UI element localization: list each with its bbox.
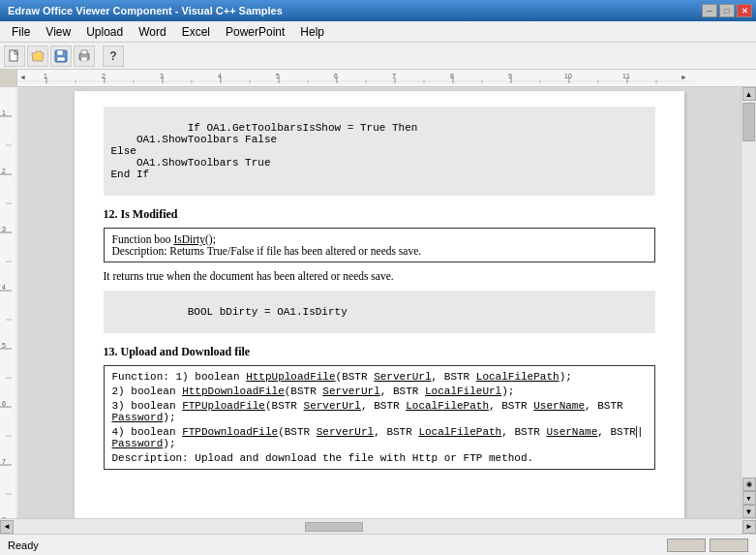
scroll-track[interactable]: [741, 101, 756, 478]
maximize-button[interactable]: □: [719, 4, 735, 17]
menu-upload[interactable]: Upload: [78, 23, 131, 41]
s13-line3: 3) boolean FTPUploadFile(BSTR ServerUrl,…: [112, 400, 647, 412]
funcbox-line1: Function boo IsDirty();: [112, 233, 647, 245]
toolbar: ?: [0, 43, 756, 70]
menu-file[interactable]: File: [4, 23, 38, 41]
svg-text:1: 1: [2, 109, 6, 116]
status-indicator-1: [667, 539, 706, 552]
funcbox-line2: Description: Returns True/False if file …: [112, 245, 647, 257]
code-block-top: If OA1.GetToolbarsIsShow = True Then OA1…: [104, 107, 655, 196]
new-button[interactable]: [4, 46, 25, 67]
v-ruler-svg: 1 2 3 4 5 6: [0, 87, 17, 518]
h-scroll-track[interactable]: [14, 521, 742, 533]
save-button[interactable]: [50, 46, 72, 67]
s13-line3b: Password);: [112, 412, 647, 423]
svg-text:2: 2: [2, 168, 6, 174]
s13-line1: Function: 1) boolean HttpUploadFile(BSTR…: [112, 371, 647, 383]
title-bar: Edraw Office Viewer Component - Visual C…: [0, 0, 756, 21]
section-13-title: 13. Upload and Download file: [104, 345, 655, 359]
scroll-down-arrow[interactable]: ▼: [742, 505, 756, 518]
h-scroll-thumb[interactable]: [305, 522, 363, 532]
section-12-heading: Is Modified: [118, 207, 178, 221]
section-12-description: It returns true when the document has be…: [104, 268, 655, 285]
ruler-top: ◄ ► 1 2 3 4 5: [0, 70, 756, 87]
svg-text:5: 5: [276, 73, 280, 79]
status-bar: Ready: [0, 534, 756, 555]
svg-text:7: 7: [2, 458, 6, 465]
minimize-button[interactable]: ─: [702, 4, 717, 17]
section-13-funcbox: Function: 1) boolean HttpUploadFile(BSTR…: [104, 365, 655, 470]
window-controls[interactable]: ─ □ ✕: [702, 4, 752, 17]
close-button[interactable]: ✕: [737, 4, 752, 17]
status-text: Ready: [8, 540, 39, 551]
menu-excel[interactable]: Excel: [174, 23, 218, 41]
svg-text:1: 1: [44, 73, 47, 79]
svg-text:3: 3: [2, 226, 6, 232]
s13-line4: 4) boolean FTPDownloadFile(BSTR ServerUr…: [112, 426, 647, 438]
svg-text:10: 10: [564, 73, 572, 79]
svg-rect-3: [57, 50, 63, 55]
svg-rect-44: [0, 87, 17, 518]
svg-text:►: ►: [680, 74, 687, 80]
horizontal-scrollbar[interactable]: ◄ ►: [0, 518, 756, 534]
s13-line2: 2) boolean HttpDownloadFile(BSTR ServerU…: [112, 385, 647, 397]
menu-powerpoint[interactable]: PowerPoint: [218, 23, 292, 41]
menu-view[interactable]: View: [38, 23, 78, 41]
svg-text:5: 5: [2, 342, 6, 349]
scroll-prev-page[interactable]: ◉: [742, 478, 756, 491]
svg-text:2: 2: [102, 73, 106, 79]
status-indicator-2: [710, 539, 748, 552]
document-scroll-area[interactable]: If OA1.GetToolbarsIsShow = True Then OA1…: [17, 87, 741, 518]
doc-area-wrapper: ◄ ► 1 2 3 4 5: [0, 70, 756, 534]
svg-text:8: 8: [450, 73, 454, 79]
status-right: [667, 539, 748, 552]
svg-rect-7: [81, 57, 87, 61]
scroll-right-arrow[interactable]: ►: [742, 520, 756, 534]
scroll-next-page[interactable]: ▼: [742, 491, 756, 505]
s13-line5: Description: Upload and download the fil…: [112, 452, 647, 464]
ruler-and-doc: 1 2 3 4 5 6: [0, 87, 756, 518]
svg-text:6: 6: [334, 73, 338, 79]
section-12-title: 12. Is Modified: [104, 207, 655, 222]
print-button[interactable]: [74, 46, 95, 67]
svg-text:4: 4: [218, 73, 222, 79]
svg-text:7: 7: [392, 73, 396, 79]
svg-rect-6: [81, 50, 87, 54]
ruler-svg: ◄ ► 1 2 3 4 5: [17, 70, 741, 86]
open-button[interactable]: [27, 46, 48, 67]
section-12-number: 12.: [104, 207, 118, 221]
svg-text:11: 11: [622, 73, 630, 79]
svg-rect-4: [57, 57, 65, 61]
svg-text:9: 9: [508, 73, 512, 79]
menu-word[interactable]: Word: [131, 23, 173, 41]
scroll-thumb[interactable]: [742, 103, 755, 141]
svg-text:◄: ◄: [19, 74, 26, 80]
svg-text:4: 4: [2, 284, 6, 291]
svg-text:3: 3: [160, 73, 164, 79]
menu-help[interactable]: Help: [292, 23, 332, 41]
scroll-left-arrow[interactable]: ◄: [0, 520, 14, 534]
document-page[interactable]: If OA1.GetToolbarsIsShow = True Then OA1…: [75, 91, 684, 518]
scroll-up-arrow[interactable]: ▲: [742, 87, 756, 101]
s13-line4b: Password);: [112, 438, 647, 449]
help-button[interactable]: ?: [103, 46, 124, 67]
scroll-extra-controls[interactable]: ◉ ▼ ▼: [742, 478, 756, 518]
menu-bar: File View Upload Word Excel PowerPoint H…: [0, 21, 756, 43]
svg-text:6: 6: [2, 400, 6, 407]
section-13-number: 13.: [104, 345, 118, 358]
right-scrollbar[interactable]: ▲ ◉ ▼ ▼: [741, 87, 756, 518]
section-12-code: BOOL bDirty = OA1.IsDirty: [104, 291, 655, 333]
window-title: Edraw Office Viewer Component - Visual C…: [8, 5, 283, 16]
vertical-ruler: 1 2 3 4 5 6: [0, 87, 17, 518]
section-12-funcbox: Function boo IsDirty(); Description: Ret…: [104, 228, 655, 262]
doc-container: ◄ ► 1 2 3 4 5: [0, 70, 756, 534]
section-13-heading: Upload and Download file: [118, 345, 251, 358]
